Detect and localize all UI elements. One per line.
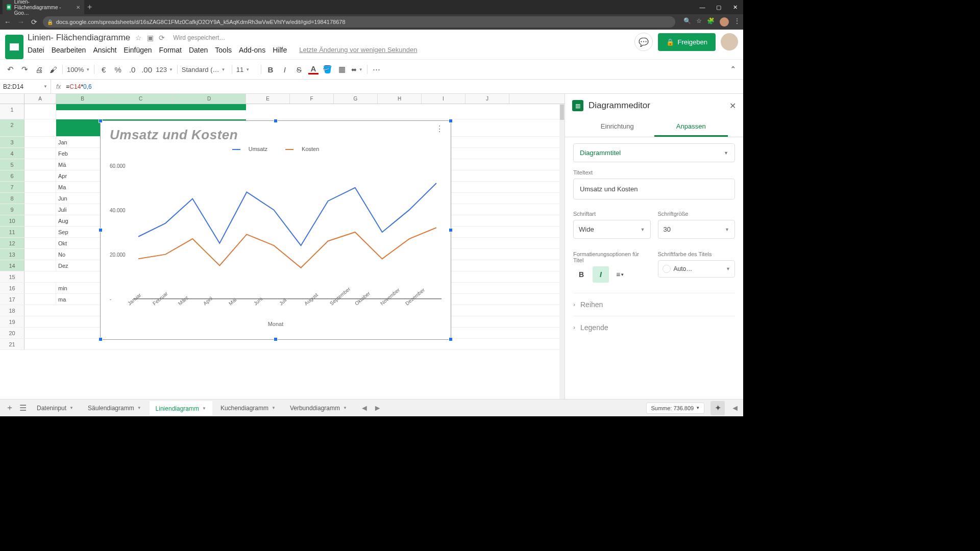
sheet-tab-dateninput[interactable]: Dateninput▼ — [31, 402, 80, 415]
row-header[interactable]: 8 — [0, 193, 24, 204]
menu-data[interactable]: Daten — [189, 46, 208, 54]
row-header[interactable]: 11 — [0, 227, 24, 237]
col-header[interactable]: H — [378, 94, 422, 104]
title-bold-button[interactable]: B — [573, 266, 590, 283]
resize-handle[interactable] — [99, 337, 103, 341]
star-doc-icon[interactable]: ☆ — [135, 34, 142, 42]
browser-menu-icon[interactable]: ⋮ — [734, 17, 740, 27]
resize-handle[interactable] — [449, 337, 453, 341]
document-title[interactable]: Linien- Flächendiagramme — [28, 33, 130, 43]
section-legend[interactable]: › Legende — [573, 316, 735, 339]
resize-handle[interactable] — [274, 119, 278, 123]
font-size-dropdown[interactable]: 11▼ — [236, 66, 257, 73]
vertical-scrollbar[interactable] — [559, 104, 565, 416]
col-header[interactable]: F — [290, 94, 334, 104]
title-text-input[interactable] — [573, 179, 735, 199]
currency-button[interactable]: € — [99, 65, 109, 74]
new-tab-button[interactable]: + — [87, 3, 92, 12]
star-icon[interactable]: ☆ — [696, 17, 702, 27]
row-header[interactable]: 3 — [0, 137, 24, 147]
account-avatar[interactable] — [721, 33, 738, 51]
collapse-toolbar-button[interactable]: ⌃ — [728, 65, 738, 74]
maximize-button[interactable]: ▢ — [710, 4, 727, 11]
last-change-link[interactable]: Letzte Änderung vor wenigen Sekunden — [299, 46, 417, 54]
resize-handle[interactable] — [99, 119, 103, 123]
zoom-dropdown[interactable]: 100%▼ — [67, 66, 90, 73]
row-header[interactable]: 4 — [0, 148, 24, 159]
sheet-tab-verbund[interactable]: Verbunddiagramm▼ — [284, 402, 353, 415]
row-header[interactable]: 9 — [0, 204, 24, 215]
italic-button[interactable]: I — [280, 65, 290, 74]
name-box[interactable]: B2:D14▼ — [0, 80, 51, 93]
explore-button[interactable]: ✦ — [710, 401, 725, 415]
borders-button[interactable]: ▦ — [337, 65, 347, 74]
add-sheet-button[interactable]: ＋ — [4, 403, 15, 413]
move-doc-icon[interactable]: ▣ — [147, 34, 154, 42]
close-tab-icon[interactable]: ✕ — [76, 5, 80, 10]
col-header[interactable]: A — [24, 94, 56, 104]
profile-avatar-chrome[interactable] — [720, 17, 729, 27]
col-header[interactable]: B — [56, 94, 109, 104]
sheet-tab-kuchen[interactable]: Kuchendiagramm▼ — [214, 402, 282, 415]
select-all-corner[interactable] — [0, 94, 24, 104]
reload-button[interactable]: ⟳ — [30, 18, 39, 26]
row-header[interactable]: 20 — [0, 328, 24, 338]
row-header[interactable]: 13 — [0, 249, 24, 260]
title-italic-button[interactable]: I — [593, 266, 609, 283]
col-header[interactable]: G — [334, 94, 378, 104]
fill-color-button[interactable]: 🪣 — [323, 65, 333, 74]
col-header[interactable]: I — [422, 94, 465, 104]
sheet-tab-saeulen[interactable]: Säulendiagramm▼ — [82, 402, 148, 415]
print-button[interactable]: 🖨 — [34, 65, 44, 74]
col-header[interactable]: E — [246, 94, 290, 104]
percent-button[interactable]: % — [113, 65, 123, 74]
comments-button[interactable]: 💬 — [634, 33, 653, 51]
formula-input[interactable]: =C14*0,6 — [66, 83, 743, 90]
section-series[interactable]: › Reihen — [573, 293, 735, 316]
browser-tab[interactable]: ▦ Linien- Flächendiagramme - Goo… ✕ — [3, 0, 84, 18]
title-type-dropdown[interactable]: Diagrammtitel▼ — [573, 143, 735, 162]
menu-addons[interactable]: Add-ons — [239, 46, 265, 54]
tab-scroll-right[interactable]: ► — [374, 404, 382, 413]
menu-tools[interactable]: Tools — [215, 46, 232, 54]
all-sheets-button[interactable]: ☰ — [17, 403, 29, 413]
tab-customize[interactable]: Anpassen — [654, 117, 728, 137]
redo-button[interactable]: ↷ — [19, 65, 30, 74]
menu-format[interactable]: Format — [159, 46, 182, 54]
chart-menu-button[interactable]: ⋮ — [435, 128, 444, 130]
forward-button[interactable]: → — [16, 18, 26, 26]
font-size-select[interactable]: 30▼ — [658, 220, 736, 239]
title-align-button[interactable]: ≡▼ — [612, 266, 628, 283]
url-box[interactable]: 🔒 — [43, 16, 675, 28]
title-color-select[interactable]: Auto… ▼ — [658, 260, 736, 278]
chart-title[interactable]: Umsatz und Kosten — [101, 121, 451, 144]
resize-handle[interactable] — [274, 337, 278, 341]
menu-file[interactable]: Datei — [28, 46, 44, 54]
col-header[interactable]: J — [465, 94, 509, 104]
font-family-dropdown[interactable]: Standard (…▼ — [182, 66, 228, 73]
row-header[interactable]: 17 — [0, 294, 24, 305]
row-header[interactable]: 15 — [0, 271, 24, 282]
puzzle-icon[interactable]: 🧩 — [707, 17, 715, 27]
menu-edit[interactable]: Bearbeiten — [52, 46, 86, 54]
side-panel-toggle[interactable]: ◄ — [731, 404, 739, 413]
tab-setup[interactable]: Einrichtung — [580, 117, 654, 137]
resize-handle[interactable] — [99, 228, 103, 232]
embedded-chart[interactable]: ⋮ Umsatz und Kosten Umsatz Kosten 60.000… — [100, 120, 451, 340]
merge-button[interactable]: ⬌▼ — [351, 66, 363, 73]
tab-scroll-left[interactable]: ◄ — [360, 404, 369, 413]
menu-help[interactable]: Hilfe — [273, 46, 287, 54]
col-header[interactable]: C — [109, 94, 173, 104]
resize-handle[interactable] — [449, 228, 453, 232]
text-color-button[interactable]: A — [308, 64, 318, 74]
back-button[interactable]: ← — [3, 18, 12, 26]
sheets-logo[interactable] — [5, 35, 23, 59]
more-toolbar-button[interactable]: ⋯ — [372, 65, 382, 74]
resize-handle[interactable] — [449, 119, 453, 123]
minimize-button[interactable]: — — [694, 4, 710, 11]
row-header[interactable]: 7 — [0, 182, 24, 192]
row-header[interactable]: 16 — [0, 283, 24, 293]
number-format-dropdown[interactable]: 123▼ — [156, 66, 173, 73]
row-header[interactable]: 19 — [0, 316, 24, 327]
close-panel-button[interactable]: ✕ — [729, 101, 736, 111]
